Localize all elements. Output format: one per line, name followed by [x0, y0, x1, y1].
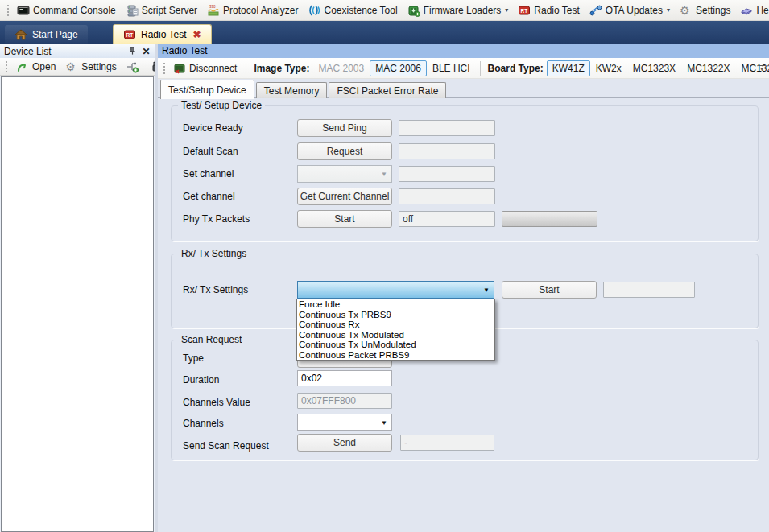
menu-radio-test[interactable]: RT Radio Test	[513, 2, 584, 19]
toolbar-grip[interactable]	[6, 4, 10, 17]
rx-tx-settings-combobox[interactable]: ▼	[297, 281, 494, 299]
tab-label: Radio Test	[141, 29, 186, 40]
radio-test-chip-icon: RT	[123, 28, 136, 41]
test-setup-tab-content: Test/ Setup Device Device Ready Send Pin…	[158, 97, 769, 532]
board-type-kw2x[interactable]: KW2x	[590, 60, 627, 76]
menu-label: Command Console	[33, 5, 116, 16]
toolbar-overflow-button[interactable]: ▾	[756, 61, 767, 76]
device-list-toolbar: Open ⚙ Settings	[0, 58, 155, 76]
gear-icon: ⚙	[65, 60, 78, 73]
dropdown-option[interactable]: Continuous Rx	[297, 320, 494, 330]
board-type-mc1323x[interactable]: MC1323X	[627, 60, 681, 76]
tab-fsci-packet-error-rate[interactable]: FSCI Packet Error Rate	[329, 82, 446, 98]
image-type-mac2006[interactable]: MAC 2006	[370, 60, 427, 76]
device-list-header: Device List ✕	[0, 44, 155, 58]
get-channel-result[interactable]	[399, 188, 495, 204]
open-label: Open	[32, 61, 56, 72]
menu-script-server[interactable]: Script Server	[121, 2, 202, 19]
phy-tx-start-button[interactable]: Start	[297, 210, 392, 228]
help-book-icon	[740, 4, 753, 17]
settings-label: Settings	[81, 61, 116, 72]
board-type-label: Board Type:	[488, 63, 544, 74]
menu-settings[interactable]: ⚙ Settings	[675, 2, 735, 19]
menu-coexistence-tool[interactable]: Coexistence Tool	[303, 2, 402, 19]
device-list-panel: Device List ✕ Open ⚙ Settings	[0, 44, 155, 532]
dropdown-option[interactable]: Continuous Tx PRBS9	[297, 310, 494, 320]
gear-icon: ⚙	[680, 4, 693, 17]
duration-input[interactable]: 0x02	[297, 370, 392, 386]
menu-help[interactable]: Help	[735, 2, 769, 19]
dropdown-option[interactable]: Continuous Packet PRBS9	[297, 350, 494, 361]
tab-test-memory[interactable]: Test Memory	[256, 82, 328, 98]
menu-command-console[interactable]: Command Console	[12, 2, 121, 19]
image-type-mac2003[interactable]: MAC 2003	[313, 60, 370, 76]
close-icon[interactable]: ✕	[141, 46, 151, 56]
tab-start-page[interactable]: Start Page	[5, 25, 88, 44]
protocol-analyzer-icon: 390	[207, 4, 220, 17]
device-settings-button[interactable]: ⚙ Settings	[61, 60, 120, 74]
menu-label: Firmware Loaders	[424, 5, 502, 16]
tab-test-setup-device[interactable]: Test/Setup Device	[160, 80, 254, 99]
tab-radio-test[interactable]: RT Radio Test ✖	[113, 24, 212, 44]
image-type-label: Image Type:	[254, 63, 309, 74]
phy-tx-status[interactable]: off	[399, 211, 495, 227]
board-type-mc1322x[interactable]: MC1322X	[681, 60, 735, 76]
menu-protocol-analyzer[interactable]: 390 Protocol Analyzer	[202, 2, 303, 19]
get-current-channel-button[interactable]: Get Current Channel	[297, 188, 392, 205]
request-button[interactable]: Request	[297, 142, 392, 160]
dropdown-option[interactable]: Continuous Tx Modulated	[297, 330, 494, 340]
phy-tx-packets-label: Phy Tx Packets	[183, 213, 250, 225]
set-channel-label: Set channel	[183, 168, 234, 179]
default-scan-result[interactable]	[399, 143, 495, 159]
send-scan-result[interactable]: -	[400, 435, 494, 451]
toolbar-separator	[480, 61, 481, 76]
dropdown-option[interactable]: Continuous Tx UnModulated	[297, 340, 494, 350]
type-label: Type	[183, 353, 204, 364]
app-window: Command Console Script Server 390 Protoc…	[0, 0, 769, 532]
tab-label: Start Page	[32, 29, 78, 40]
send-ping-button[interactable]: Send Ping	[297, 119, 392, 137]
rx-tx-settings-label: Rx/ Tx Settings	[183, 284, 248, 295]
image-type-blehci[interactable]: BLE HCI	[427, 60, 476, 76]
disconnect-button[interactable]: Disconnect	[168, 60, 242, 76]
svg-text:RT: RT	[126, 32, 134, 38]
rx-tx-result[interactable]	[603, 282, 695, 298]
document-tabstrip: Start Page RT Radio Test ✖	[0, 21, 769, 44]
duration-label: Duration	[183, 374, 219, 386]
menu-label: Radio Test	[534, 5, 579, 16]
send-button[interactable]: Send	[297, 434, 392, 452]
close-icon[interactable]: ✖	[192, 29, 201, 40]
panel-title: Device List	[4, 46, 52, 57]
set-channel-result[interactable]	[399, 166, 495, 182]
pin-icon[interactable]	[127, 46, 138, 56]
chevron-down-icon: ▾	[667, 6, 670, 14]
dropdown-option[interactable]: Force Idle	[297, 299, 494, 310]
channels-value-input[interactable]: 0x07FFF800	[297, 393, 392, 409]
radio-test-panel: Radio Test Disconnect Image Type: MAC 20…	[158, 44, 769, 532]
device-ready-label: Device Ready	[183, 122, 243, 134]
set-channel-combobox[interactable]: ▼	[297, 165, 392, 183]
device-list-box[interactable]	[1, 76, 154, 532]
disconnect-label: Disconnect	[189, 63, 237, 74]
svg-text:RT: RT	[521, 7, 528, 13]
menu-ota-updates[interactable]: OTA Updates ▾	[585, 2, 675, 19]
menu-label: Coexistence Tool	[324, 5, 397, 16]
rx-tx-settings-dropdown-list: Force Idle Continuous Tx PRBS9 Continuou…	[296, 299, 495, 361]
menu-label: Protocol Analyzer	[223, 5, 298, 16]
menu-label: Settings	[696, 5, 730, 16]
channels-combobox[interactable]: ▼	[297, 414, 392, 431]
rx-tx-start-button[interactable]: Start	[502, 281, 597, 299]
toolbar-separator	[246, 61, 246, 76]
menu-firmware-loaders[interactable]: Firmware Loaders ▾	[403, 2, 514, 19]
toolbar-grip[interactable]	[163, 62, 166, 75]
group-title: Test/ Setup Device	[178, 100, 265, 111]
board-type-kw41z[interactable]: KW41Z	[547, 60, 590, 76]
send-scan-request-label: Send Scan Request	[183, 440, 269, 452]
device-ready-result[interactable]	[399, 120, 495, 136]
open-button[interactable]: Open	[12, 60, 60, 74]
add-connection-button[interactable]	[122, 60, 143, 74]
radio-test-chip-icon: RT	[518, 4, 531, 17]
toolbar-grip[interactable]	[5, 60, 8, 73]
menu-label: OTA Updates	[606, 5, 663, 16]
radio-test-toolbar: Disconnect Image Type: MAC 2003 MAC 2006…	[158, 58, 769, 79]
